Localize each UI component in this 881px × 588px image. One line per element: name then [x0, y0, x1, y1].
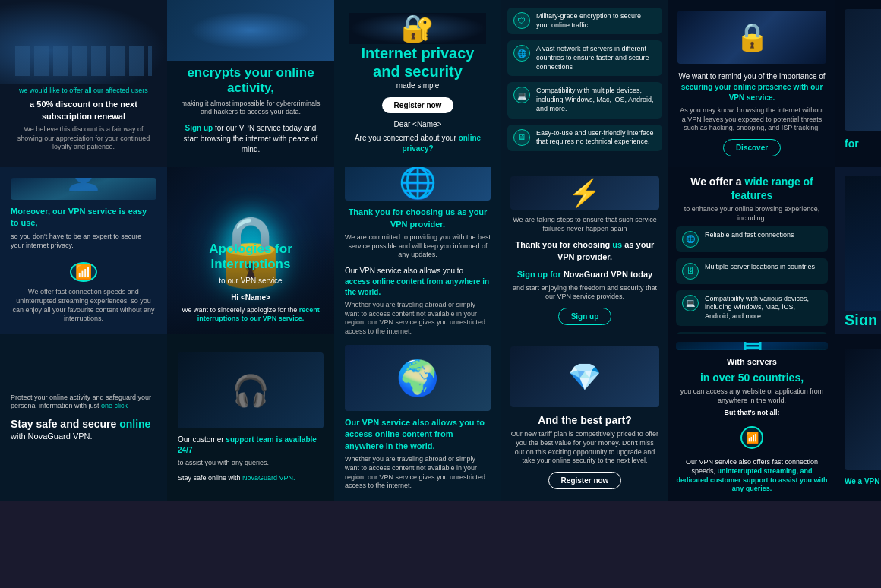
stay-safe-novaguard: Stay safe online with NovaGuard VPN.: [178, 474, 324, 483]
partial-text-2: Sign: [845, 311, 881, 325]
best-part-body: Our new tariff plan is competitively pri…: [510, 430, 659, 466]
network-icon: 🌐: [513, 45, 530, 62]
easy-use-subtext: so you don't have to be an expert to sec…: [11, 232, 156, 250]
partial-image-3: 💻: [845, 349, 881, 470]
question-text: Are you concerned about your online priv…: [349, 133, 486, 154]
cell-internet-privacy: 🔐 Internet privacy and security made sim…: [334, 0, 501, 167]
belief-text: We believe this discount is a fair way o…: [12, 125, 155, 152]
servers-access: you can access any website or applicatio…: [676, 387, 828, 405]
wide-feature-2-text: Multiple server locations in countries: [705, 263, 815, 272]
apologies-hi: Hi <Name>: [178, 292, 324, 303]
novaguard-vpn: with NovaGuard VPN.: [11, 431, 156, 442]
access-headline-2: Our VPN service also allows you to acces…: [345, 417, 491, 452]
shield-icon: 🛡: [513, 12, 530, 29]
thankyou-headline: Thank you for choosing us as your VPN pr…: [345, 207, 491, 230]
globe-icon: 🌐: [682, 231, 699, 248]
feature-compat-text: Compatibility with multiple devices, inc…: [536, 87, 656, 113]
feature-network-text: A vast network of servers in different c…: [536, 45, 656, 71]
cell-signup-novaguard: ⚡ We are taking steps to ensure that suc…: [501, 167, 668, 334]
cell-easy-use: Moreover, our VPN service is easy to use…: [0, 167, 167, 334]
partial-image-2: 🔐: [845, 176, 881, 311]
speed-icon: 📶: [740, 426, 763, 449]
person-image: [11, 178, 156, 200]
cell-support: 🎧 Our customer support team is available…: [167, 334, 334, 501]
support-headline: Our customer support team is available 2…: [178, 435, 324, 456]
signup-label: Sign up: [185, 124, 213, 132]
cell-apologies: 🔒 Apologies for Interruptions to our VPN…: [167, 167, 334, 334]
partial-text-3: We a VPN sec: [845, 476, 881, 487]
cell-partial-1: 📡 for: [835, 0, 881, 167]
thankyou-body: We are committed to providing you with t…: [345, 233, 491, 260]
signup-button[interactable]: Sign up: [558, 308, 612, 325]
apologies-body: We want to sincerely apologize for the r…: [178, 306, 324, 324]
stay-safe-headline: Stay safe and secure online: [11, 417, 156, 431]
wide-feature-1-text: Reliable and fast connections: [705, 231, 794, 240]
servers-image: 🖥: [676, 342, 828, 350]
protect-text: Protect your online activity and safegua…: [11, 394, 156, 411]
privacy-title1: Internet privacy: [362, 44, 475, 62]
speed-text: We offer fast connection speeds and unin…: [11, 288, 156, 324]
access-detail: Whether you are traveling abroad or simp…: [345, 301, 491, 334]
main-grid: To compensate for the inconvenience caus…: [0, 0, 881, 588]
feature-interface: 🖥 Easy-to-use and user-friendly interfac…: [507, 125, 662, 151]
cell-features-list: 🛡 Military-grade encryption to secure yo…: [501, 0, 668, 167]
feature-encryption-text: Military-grade encryption to secure your…: [536, 12, 656, 30]
register-now-button[interactable]: Register now: [382, 97, 454, 113]
cell-wide-features: We offer a wide range of features to enh…: [668, 167, 835, 334]
register-now-button-2[interactable]: Register now: [548, 472, 622, 489]
best-part-image: 💎: [510, 346, 659, 407]
apologies-subtitle: to our VPN service: [178, 276, 324, 286]
keyboard-image: [0, 0, 167, 84]
access-image: 🌐: [345, 167, 491, 201]
security-image: 🔒: [677, 11, 826, 64]
partial-image-1: 📡: [845, 9, 881, 131]
devices-icon: 💻: [513, 87, 530, 103]
offer-text: we would like to offer all our affected …: [12, 87, 155, 96]
wifi-icon: 📶: [70, 262, 97, 282]
discover-button[interactable]: Discover: [723, 139, 781, 156]
but-not-all: But that's not all:: [676, 409, 828, 418]
feature-interface-text: Easy-to-use and user-friendly interface …: [536, 129, 656, 147]
encrypt-subtext: making it almost impossible for cybercri…: [179, 100, 322, 117]
wide-feature-3-text: Compatibility with various devices, incl…: [705, 295, 822, 321]
servers-also-text: Our VPN service also offers fast connect…: [676, 458, 828, 494]
cell-partial-2: 🔐 Sign: [835, 167, 881, 334]
best-part-title: And the best part?: [510, 413, 659, 427]
thankyou-choose: Thank you for choosing us as your VPN pr…: [510, 239, 659, 263]
servers-title: With servers: [676, 356, 828, 368]
cell-stay-safe: Protect your online activity and safegua…: [0, 334, 167, 501]
support-image: 🎧: [178, 352, 324, 428]
remind-headline1: We want to remind you of the importance …: [677, 71, 826, 103]
ui-icon: 🖥: [513, 129, 530, 146]
privacy-subtitle: made simple: [396, 81, 440, 91]
cell-remind-security: 🔒 We want to remind you of the importanc…: [668, 0, 835, 167]
feature-compat: 💻 Compatibility with multiple devices, i…: [507, 82, 662, 118]
devices-icon-2: 💻: [682, 295, 699, 311]
wide-feature-2: 🗄 Multiple server locations in countries: [676, 258, 828, 284]
features-subtitle: to enhance your online browsing experien…: [676, 205, 828, 223]
cell-thankyou-access: 🌐 Thank you for choosing us as your VPN …: [334, 167, 501, 334]
wide-feature-1: 🌐 Reliable and fast connections: [676, 226, 828, 252]
servers-50-countries: in over 50 countries,: [676, 371, 828, 384]
cell-partial-3: 💻 We a VPN sec: [835, 334, 881, 501]
cell-discount-offer: To compensate for the inconvenience caus…: [0, 0, 167, 167]
wide-feature-3: 💻 Compatibility with various devices, in…: [676, 290, 828, 326]
discount-headline: a 50% discount on the next subscription …: [12, 99, 155, 122]
dear-name: Dear <Name>: [394, 119, 442, 130]
access-detail-2: Whether you are traveling abroad or simp…: [345, 455, 491, 491]
encrypt-headline2: encrypts your online activity,: [179, 65, 322, 96]
steps-image: ⚡: [510, 176, 659, 210]
assist-text: to assist you with any queries.: [178, 459, 324, 468]
access-headline: Our VPN service also allows you to acces…: [345, 266, 491, 298]
features-title: We offer a wide range of features: [676, 175, 828, 202]
novaguard-headline: Sign up for NovaGuard VPN today: [510, 269, 659, 280]
feature-network: 🌐 A vast network of servers in different…: [507, 40, 662, 76]
partial-text-1: for: [845, 137, 881, 150]
server-icon: 🗄: [682, 263, 699, 280]
remind-body: As you may know, browsing the internet w…: [677, 106, 826, 133]
signup-sub: and start enjoying the freedom and secur…: [510, 284, 659, 302]
privacy-title2: and security: [373, 62, 463, 81]
cell-access-content: 🌍 Our VPN service also allows you to acc…: [334, 334, 501, 501]
cell-best-part: 💎 And the best part? Our new tariff plan…: [501, 334, 668, 501]
content-image: 🌍: [345, 345, 491, 411]
